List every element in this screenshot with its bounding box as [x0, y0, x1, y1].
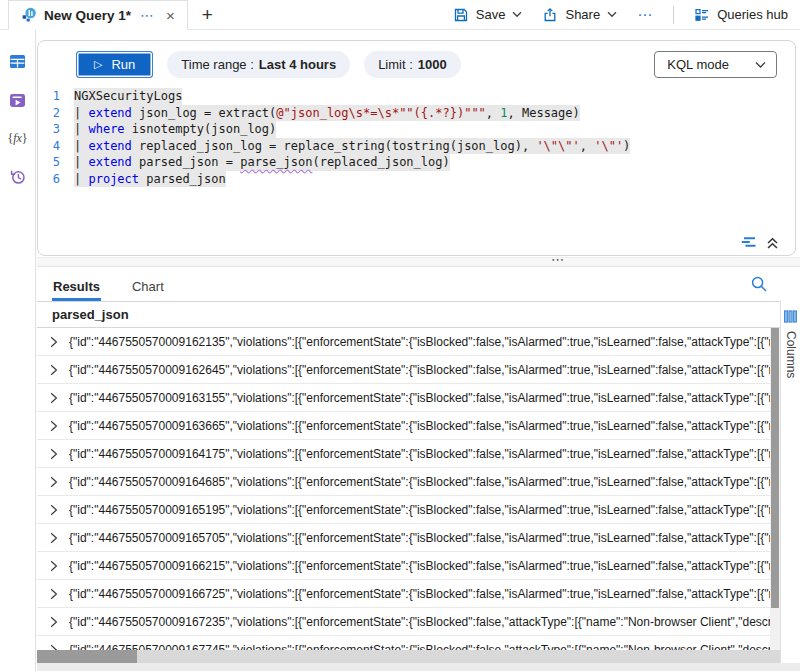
row-json-value: {"id":"4467550570009162135","violations"… [69, 335, 770, 349]
share-icon [542, 7, 558, 23]
results-tabs: Results Chart [37, 268, 800, 301]
table-row[interactable]: {"id":"4467550570009163665","violations"… [37, 412, 770, 440]
azure-data-explorer-window: New Query 1* ⋯ × + Save [0, 0, 800, 671]
sidebar-item-functions[interactable]: {fx} [7, 132, 27, 144]
limit-label: Limit : [378, 57, 413, 72]
sidebar-item-query-history[interactable] [9, 168, 27, 186]
table-row[interactable]: {"id":"4467550570009162645","violations"… [37, 356, 770, 384]
queries-hub-icon [694, 7, 710, 23]
columns-panel-label: Columns [784, 331, 798, 378]
table-icon [9, 54, 26, 69]
time-range-label: Time range : [181, 57, 254, 72]
query-mode-select[interactable]: KQL mode [654, 51, 777, 78]
time-range-value: Last 4 hours [259, 57, 336, 72]
query-toolbar: ▷ Run Time range :Last 4 hours Limit :10… [38, 41, 795, 86]
adx-app-icon [21, 7, 37, 23]
vertical-scrollbar[interactable] [770, 328, 780, 650]
code-text: | extend replaced_json_log = replace_str… [74, 138, 630, 155]
code-line[interactable]: 3 | where isnotempty(json_log) [38, 121, 795, 138]
save-icon [453, 7, 469, 23]
expand-row-icon[interactable] [50, 560, 58, 572]
run-label: Run [111, 57, 135, 72]
expand-row-icon[interactable] [50, 392, 58, 404]
save-label: Save [476, 7, 506, 22]
header-actions: Save Share ⋯ [453, 0, 800, 29]
share-button[interactable]: Share [542, 7, 617, 23]
table-row[interactable]: {"id":"4467550570009166215","violations"… [37, 552, 770, 580]
table-row[interactable]: {"id":"4467550570009167235","violations"… [37, 608, 770, 636]
expand-row-icon[interactable] [50, 532, 58, 544]
code-line[interactable]: 2 | extend json_log = extract(@"json_log… [38, 105, 795, 122]
function-icon: {fx} [7, 131, 27, 145]
collapse-editor-icon[interactable] [766, 236, 779, 250]
expand-row-icon[interactable] [50, 336, 58, 348]
query-mode-value: KQL mode [667, 57, 729, 72]
code-text: NGXSecurityLogs [74, 88, 182, 105]
expand-row-icon[interactable] [50, 588, 58, 600]
more-commands-icon[interactable]: ⋯ [637, 6, 653, 24]
horizontal-scrollbar-thumb[interactable] [37, 650, 137, 663]
columns-panel-toggle[interactable]: Columns [780, 301, 800, 663]
run-button[interactable]: ▷ Run [76, 51, 153, 78]
results-layout-icon[interactable] [740, 235, 757, 250]
new-tab-button[interactable]: + [188, 0, 227, 29]
left-rail: {fx} [0, 30, 36, 671]
row-json-value: {"id":"4467550570009167235","violations"… [69, 615, 770, 629]
row-json-value: {"id":"4467550570009166725","violations"… [69, 587, 770, 601]
code-line[interactable]: 1 NGXSecurityLogs [38, 88, 795, 105]
chevron-down-icon [755, 61, 766, 69]
code-line[interactable]: 5 | extend parsed_json = parse_json(repl… [38, 154, 795, 171]
table-row[interactable]: {"id":"4467550570009165705","violations"… [37, 524, 770, 552]
table-row[interactable]: {"id":"4467550570009167745","violations"… [37, 636, 770, 650]
table-row[interactable]: {"id":"4467550570009166725","violations"… [37, 580, 770, 608]
results-pane: Results Chart parsed_json {"id":"4467550… [37, 268, 800, 663]
header-divider [673, 6, 674, 24]
row-json-value: {"id":"4467550570009165195","violations"… [69, 503, 770, 517]
tab-bar: New Query 1* ⋯ × + Save [0, 0, 800, 30]
expand-row-icon[interactable] [50, 448, 58, 460]
row-json-value: {"id":"4467550570009163155","violations"… [69, 391, 770, 405]
line-number: 2 [38, 105, 74, 122]
tab-results[interactable]: Results [52, 279, 101, 301]
column-header-parsed-json[interactable]: parsed_json [37, 301, 780, 328]
columns-icon [783, 309, 798, 324]
limit-picker[interactable]: Limit :1000 [364, 51, 461, 78]
row-json-value: {"id":"4467550570009164175","violations"… [69, 447, 770, 461]
play-icon: ▷ [94, 59, 102, 70]
tab-title: New Query 1* [44, 8, 131, 23]
table-row[interactable]: {"id":"4467550570009164685","violations"… [37, 468, 770, 496]
pane-splitter[interactable]: ⋯ [37, 257, 800, 267]
sidebar-item-tables[interactable] [9, 54, 26, 69]
table-row[interactable]: {"id":"4467550570009162135","violations"… [37, 328, 770, 356]
queries-hub-button[interactable]: Queries hub [694, 7, 788, 23]
expand-row-icon[interactable] [50, 476, 58, 488]
search-icon[interactable] [750, 275, 768, 293]
code-text: | extend json_log = extract(@"json_log\s… [74, 105, 580, 122]
tab-close-icon[interactable]: × [164, 7, 177, 24]
code-text: | project parsed_json [74, 171, 226, 188]
results-grid: {"id":"4467550570009162135","violations"… [37, 328, 770, 650]
line-number: 6 [38, 171, 74, 188]
tab-chart[interactable]: Chart [131, 279, 165, 301]
share-label: Share [565, 7, 600, 22]
tab-more-icon[interactable]: ⋯ [138, 7, 157, 23]
horizontal-scrollbar[interactable] [37, 650, 780, 663]
vertical-scrollbar-thumb[interactable] [771, 328, 779, 608]
table-row[interactable]: {"id":"4467550570009165195","violations"… [37, 496, 770, 524]
expand-row-icon[interactable] [50, 616, 58, 628]
table-row[interactable]: {"id":"4467550570009164175","violations"… [37, 440, 770, 468]
query-editor[interactable]: 1 NGXSecurityLogs 2 | extend json_log = … [38, 88, 795, 187]
code-line[interactable]: 6 | project parsed_json [38, 171, 795, 188]
expand-row-icon[interactable] [50, 504, 58, 516]
expand-row-icon[interactable] [50, 364, 58, 376]
row-json-value: {"id":"4467550570009164685","violations"… [69, 475, 770, 489]
expand-row-icon[interactable] [50, 420, 58, 432]
time-range-picker[interactable]: Time range :Last 4 hours [167, 51, 350, 78]
row-json-value: {"id":"4467550570009167745","violations"… [69, 643, 770, 651]
chevron-down-icon [607, 11, 617, 18]
table-row[interactable]: {"id":"4467550570009163155","violations"… [37, 384, 770, 412]
code-line[interactable]: 4 | extend replaced_json_log = replace_s… [38, 138, 795, 155]
query-tab[interactable]: New Query 1* ⋯ × [8, 0, 188, 30]
sidebar-item-materialized-views[interactable] [9, 93, 26, 108]
save-button[interactable]: Save [453, 7, 523, 23]
